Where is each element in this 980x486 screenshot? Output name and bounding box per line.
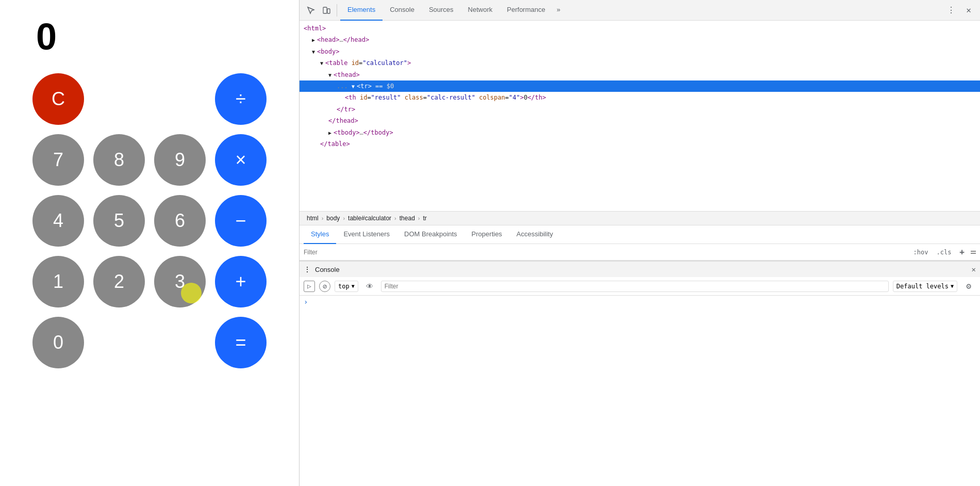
elements-panel: <html> ▶<head>…</head> ▼<body> ▼<table i… <box>300 21 980 211</box>
levels-label: Default levels <box>896 283 949 290</box>
tab-styles[interactable]: Styles <box>304 225 336 244</box>
calc-grid: C ÷ 7 8 9 × 4 5 6 − 1 2 3 + 0 = <box>32 73 267 368</box>
table-line[interactable]: ▼<table id="calculator"> <box>300 57 980 69</box>
table-close-line[interactable]: </table> <box>300 138 980 150</box>
console-drawer-header: ⋮ Console ✕ <box>300 261 980 277</box>
add-style-button[interactable]: + <box>957 246 967 258</box>
hov-button[interactable]: :hov <box>911 248 931 257</box>
clear-button[interactable]: C <box>32 73 84 125</box>
svg-rect-0 <box>323 7 327 13</box>
svg-rect-1 <box>327 9 330 13</box>
eight-button[interactable]: 8 <box>93 134 145 186</box>
calc-display: 0 <box>15 15 57 58</box>
context-selector[interactable]: top ▼ <box>335 281 358 292</box>
tr-line-selected[interactable]: ... ▼<tr> == $0 <box>300 80 980 92</box>
bc-body[interactable]: body <box>323 215 343 222</box>
six-button[interactable]: 6 <box>154 195 206 247</box>
thead-close-line[interactable]: </thead> <box>300 115 980 126</box>
tab-console[interactable]: Console <box>383 0 422 21</box>
tr-close-line[interactable]: </tr> <box>300 104 980 115</box>
console-settings-icon[interactable]: ⚙ <box>961 279 976 294</box>
multiply-button[interactable]: × <box>215 134 267 186</box>
styles-filter-bar: :hov .cls + <box>300 244 980 261</box>
toolbar-separator <box>337 4 337 17</box>
styles-filter-input[interactable] <box>304 249 911 256</box>
inspect-icon[interactable] <box>304 3 318 18</box>
four-button[interactable]: 4 <box>32 195 84 247</box>
context-label: top <box>338 283 350 290</box>
close-console-icon[interactable]: ✕ <box>972 265 976 273</box>
styles-tabs: Styles Event Listeners DOM Breakpoints P… <box>300 225 980 244</box>
minus-button[interactable]: − <box>215 195 267 247</box>
th-line[interactable]: <th id="result" class="calc-result" cols… <box>300 92 980 103</box>
bc-thead[interactable]: thead <box>396 215 418 222</box>
devtools-panel: Elements Console Sources Network Perform… <box>299 0 980 486</box>
console-toolbar: ▷ ⊘ top ▼ 👁 Default levels ▼ ⚙ <box>300 277 980 296</box>
toolbar-right: ⋮ ✕ <box>944 3 976 18</box>
console-prompt[interactable]: › <box>304 298 308 306</box>
eye-icon[interactable]: 👁 <box>362 279 377 294</box>
scroll-handle[interactable] <box>971 251 976 254</box>
head-line[interactable]: ▶<head>…</head> <box>300 34 980 45</box>
tbody-line[interactable]: ▶<tbody>…</tbody> <box>300 127 980 138</box>
tab-accessibility[interactable]: Accessibility <box>509 225 560 244</box>
block-icon[interactable]: ⊘ <box>319 281 330 292</box>
body-line[interactable]: ▼<body> <box>300 46 980 57</box>
devtools-toolbar: Elements Console Sources Network Perform… <box>300 0 980 21</box>
cursor-indicator <box>181 283 202 303</box>
cls-button[interactable]: .cls <box>934 248 953 257</box>
one-button[interactable]: 1 <box>32 256 84 307</box>
devtools-tabs: Elements Console Sources Network Perform… <box>340 0 943 21</box>
equals-button[interactable]: = <box>215 317 267 368</box>
execute-icon[interactable]: ▷ <box>304 281 315 292</box>
device-toggle-icon[interactable] <box>319 3 334 18</box>
tab-event-listeners[interactable]: Event Listeners <box>336 225 397 244</box>
plus-button[interactable]: + <box>215 256 267 307</box>
thead-line[interactable]: ▼<thead> <box>300 69 980 80</box>
tab-network[interactable]: Network <box>461 0 500 21</box>
tab-more[interactable]: » <box>553 0 564 21</box>
levels-arrow: ▼ <box>951 283 954 289</box>
console-body: › <box>300 296 980 486</box>
filter-actions: :hov .cls + <box>911 246 976 258</box>
tab-sources[interactable]: Sources <box>422 0 461 21</box>
nine-button[interactable]: 9 <box>154 134 206 186</box>
console-drawer-menu[interactable]: ⋮ <box>304 265 311 273</box>
divide-button[interactable]: ÷ <box>215 73 267 125</box>
five-button[interactable]: 5 <box>93 195 145 247</box>
seven-button[interactable]: 7 <box>32 134 84 186</box>
three-button[interactable]: 3 <box>154 256 206 307</box>
two-button[interactable]: 2 <box>93 256 145 307</box>
context-arrow: ▼ <box>352 283 355 289</box>
bc-html[interactable]: html <box>304 215 322 222</box>
calculator-panel: 0 C ÷ 7 8 9 × 4 5 6 − 1 2 3 + 0 = <box>0 0 299 486</box>
close-devtools-icon[interactable]: ✕ <box>961 3 976 18</box>
bc-tr[interactable]: tr <box>420 215 429 222</box>
tab-elements[interactable]: Elements <box>340 0 383 21</box>
breadcrumb: html › body › table#calculator › thead ›… <box>300 211 980 225</box>
console-drawer-title: Console <box>315 266 340 273</box>
levels-selector[interactable]: Default levels ▼ <box>893 281 957 292</box>
zero-button[interactable]: 0 <box>32 317 84 368</box>
bc-table[interactable]: table#calculator <box>345 215 394 222</box>
html-line[interactable]: <html> <box>300 23 980 34</box>
tab-dom-breakpoints[interactable]: DOM Breakpoints <box>397 225 464 244</box>
tab-properties[interactable]: Properties <box>464 225 509 244</box>
console-filter-input[interactable] <box>381 281 889 292</box>
tab-performance[interactable]: Performance <box>500 0 552 21</box>
more-options-icon[interactable]: ⋮ <box>944 3 958 18</box>
